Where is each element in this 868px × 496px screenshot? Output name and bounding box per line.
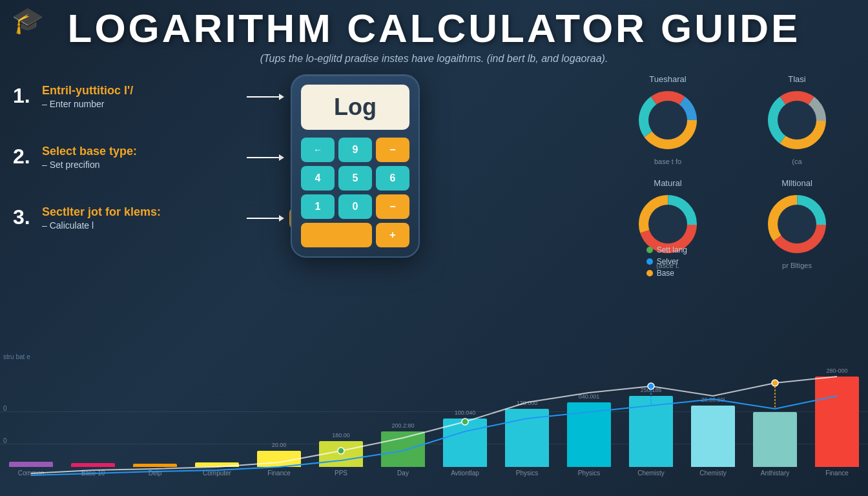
title-section: LOGARITHM CALCULATOR GUIDE (Tups the lo-… xyxy=(0,6,868,65)
chart-tlasi-label: Tlasi xyxy=(739,74,855,84)
step-3-arrow xyxy=(247,215,284,222)
legend: Sett lang Selver Base xyxy=(646,245,687,280)
step-1-title: Entril-yuttitioc I'/ xyxy=(42,84,232,98)
legend-item-3: Base xyxy=(646,269,687,278)
chart-tuesharal-sublabel: base t fo xyxy=(610,158,726,165)
step-2-arrow xyxy=(247,154,284,161)
calc-btn-minus1[interactable]: − xyxy=(376,138,409,162)
chart-mlltional-svg xyxy=(765,192,829,256)
svg-point-9 xyxy=(778,101,816,140)
calc-btn-4[interactable]: 4 xyxy=(301,166,335,191)
calc-btn-6[interactable]: 6 xyxy=(376,166,409,191)
step-2-title: Select base type: xyxy=(42,145,232,158)
svg-point-18 xyxy=(338,448,344,454)
step-3-content: Sectlter jot for klems: – Caliculate l xyxy=(42,205,232,231)
legend-label-2: Selver xyxy=(657,257,679,266)
legend-dot-2 xyxy=(646,258,653,265)
step-1-desc: – Enter number xyxy=(42,99,232,109)
legend-label-3: Base xyxy=(657,269,674,278)
step-2-number: 2. xyxy=(13,145,42,169)
page-title: LOGARITHM CALCULATOR GUIDE xyxy=(0,6,868,50)
calc-btn-5[interactable]: 5 xyxy=(338,166,372,191)
step-3: 3. Sectlter jot for klems: – Caliculate … xyxy=(13,205,232,231)
calculator: Log ← 9 − 4 5 6 1 0 − + xyxy=(291,74,420,258)
step-3-title: Sectlter jot for klems: xyxy=(42,205,232,219)
calc-btn-back[interactable]: ← xyxy=(301,138,335,162)
svg-point-19 xyxy=(462,418,468,425)
calc-display: Log xyxy=(301,85,409,130)
step-2-content: Select base type: – Set precifion xyxy=(42,145,232,170)
line-chart-svg xyxy=(0,373,868,477)
step-2: 2. Select base type: – Set precifion ₮ xyxy=(13,145,232,170)
step-1-number: 1. xyxy=(13,84,42,108)
step-1-content: Entril-yuttitioc I'/ – Enter number xyxy=(42,84,232,109)
legend-dot-1 xyxy=(646,247,653,253)
calc-btn-1[interactable]: 1 xyxy=(301,194,335,219)
legend-item-1: Sett lang xyxy=(646,245,687,254)
step-2-desc: – Set precifion xyxy=(42,160,232,170)
calc-buttons: ← 9 − 4 5 6 1 0 − + xyxy=(301,138,409,247)
steps-section: 1. Entril-yuttitioc I'/ – Enter number 2… xyxy=(13,84,232,266)
legend-item-2: Selver xyxy=(646,257,687,266)
chart-matural-label: Matural xyxy=(610,178,726,188)
chart-tuesharal: Tuesharal base t fo xyxy=(610,74,726,165)
charts-top-row: Tuesharal base t fo Tlasi (ca xyxy=(610,74,855,165)
legend-label-1: Sett lang xyxy=(657,245,687,254)
legend-dot-3 xyxy=(646,270,653,276)
chart-tlasi-svg xyxy=(765,88,829,152)
step-3-desc: – Caliculate l xyxy=(42,220,232,231)
step-1-arrow xyxy=(247,94,284,100)
chart-tlasi: Tlasi (ca xyxy=(739,74,855,165)
step-1: 1. Entril-yuttitioc I'/ – Enter number xyxy=(13,84,232,109)
chart-mlltional: Mlltional pr Bltiges xyxy=(739,178,855,269)
bottom-chart: stru bat e 0 0 Common Base 10 Delp Compu… xyxy=(0,367,868,496)
calc-btn-minus2[interactable]: − xyxy=(376,194,409,219)
chart-mlltional-label: Mlltional xyxy=(739,178,855,188)
calc-btn-wide[interactable] xyxy=(301,223,372,247)
chart-tuesharal-svg xyxy=(636,88,700,152)
svg-point-4 xyxy=(648,101,687,140)
svg-point-13 xyxy=(648,205,687,243)
calc-btn-plus[interactable]: + xyxy=(376,223,409,247)
y-title: stru bat e xyxy=(3,353,30,360)
chart-tuesharal-label: Tuesharal xyxy=(610,74,726,84)
hat-icon: 🎓 xyxy=(12,5,44,36)
svg-point-17 xyxy=(778,205,816,243)
calc-btn-9[interactable]: 9 xyxy=(338,138,372,162)
calc-btn-0[interactable]: 0 xyxy=(338,194,372,219)
page-subtitle: (Tups the lo-eglitd pradise instes have … xyxy=(0,53,868,65)
chart-mlltional-sublabel: pr Bltiges xyxy=(739,262,855,269)
step-3-number: 3. xyxy=(13,205,42,229)
chart-tlasi-sublabel: (ca xyxy=(739,158,855,165)
